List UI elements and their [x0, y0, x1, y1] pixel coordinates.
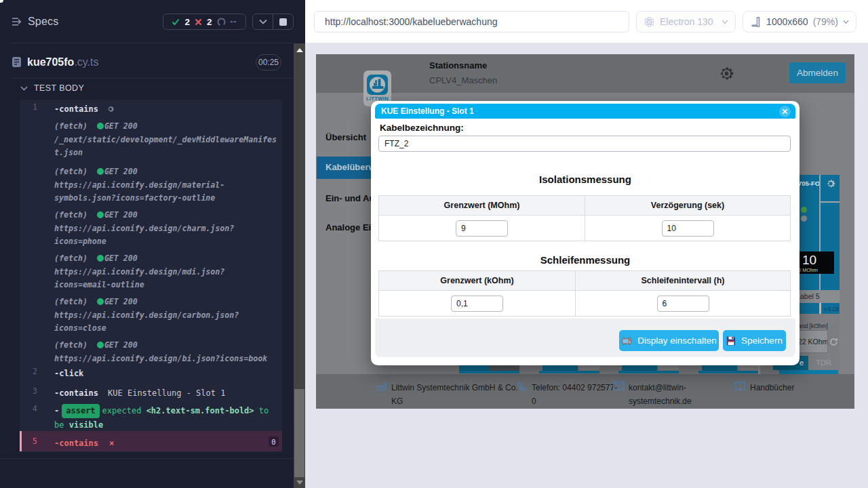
fetch-success-dot [97, 342, 104, 348]
footer-manuals-text: Handbücher [750, 383, 794, 392]
slot-refresh-button[interactable] [828, 330, 840, 353]
fetch-url: https://api.iconify.design/carbon.json? [54, 309, 286, 323]
modal-title-bar: KUE Einstellung - Slot 1 [375, 104, 795, 119]
spec-duration-badge: 00:25 [256, 54, 281, 70]
aut-topbar: http://localhost:3000/kabelueberwachung … [305, 0, 868, 43]
reporter-header: Specs 2 2 -- [0, 0, 294, 43]
electron-icon [644, 16, 655, 28]
assert-text: be [54, 420, 64, 430]
loop-col1-header: Grenzwert (kOhm) [379, 271, 575, 290]
footer-company-text: Littwin Systemtechnik GmbH & Co. [391, 383, 518, 392]
loop-grenzwert-input[interactable]: 0,1 [451, 296, 503, 312]
passed-icon [172, 18, 180, 26]
spec-file-icon [12, 56, 22, 68]
footer-email-text2: systemtechnik.de [629, 396, 692, 406]
test-body-toggle[interactable]: TEST BODY [20, 83, 84, 93]
slot-tdr-button[interactable]: TDR [809, 356, 838, 370]
fetch-status: GET 200 [104, 210, 138, 220]
footer-phone-text: Telefon: 04402 972577- [532, 383, 617, 392]
chevron-down-icon [843, 20, 849, 24]
fetch-prefix: (fetch) [54, 167, 87, 176]
specs-label[interactable]: Specs [28, 16, 58, 28]
fetch-log-entry[interactable]: (fetch)GET 200 /_next/static/development… [54, 120, 286, 160]
modal-close-button[interactable] [779, 106, 791, 117]
isolation-table: Grenzwert (MOhm) Verzögerung (sek) 9 10 [378, 195, 791, 241]
save-button[interactable]: Speichern [723, 330, 786, 351]
cable-designation-label: Kabelbezeichnung: [380, 123, 464, 133]
footer-manuals[interactable]: Handbücher [734, 381, 794, 394]
specs-menu-icon[interactable] [12, 17, 23, 26]
fetch-status: GET 200 [104, 297, 138, 306]
assert-text: visible [69, 420, 104, 430]
slot-gear-icon[interactable] [825, 178, 836, 189]
slot-bottom-fragment [459, 365, 519, 373]
url-input[interactable]: http://localhost:3000/kabelueberwachung [314, 11, 629, 33]
station-name-value: CPLV4_Maschen [429, 75, 497, 85]
ruler-icon [750, 16, 762, 28]
command-number: 4 [20, 404, 37, 413]
stop-icon [279, 18, 287, 26]
fetch-prefix: (fetch) [54, 297, 87, 306]
loop-intervall-input[interactable]: 6 [657, 296, 709, 312]
display-on-button[interactable]: Display einschalten [619, 330, 719, 351]
fetch-prefix: (fetch) [54, 121, 87, 131]
fetch-log-entry[interactable]: (fetch)GET 200 https://api.iconify.desig… [54, 209, 286, 249]
email-icon [613, 381, 625, 390]
fetch-log-entry[interactable]: (fetch)GET 200 https://api.iconify.desig… [54, 296, 286, 336]
stop-tests-button[interactable] [273, 14, 293, 29]
footer-phone-text2: 0 [532, 396, 536, 406]
command-number: 3 [20, 386, 37, 396]
command-number: 5 [20, 436, 37, 446]
command-name: - [54, 406, 59, 415]
command-number: 1 [20, 102, 37, 112]
found-count-badge: 0 [269, 436, 279, 447]
station-name-label: Stationsname [429, 60, 487, 70]
spec-name[interactable]: kue705fo.cy.ts [27, 56, 99, 68]
pending-count: -- [231, 17, 237, 26]
app-header: Stationsname CPLV4_Maschen Abmelden [316, 54, 854, 93]
scrollbar-down-arrow[interactable] [296, 481, 303, 485]
fetch-url: icons=close [54, 322, 286, 336]
viewport-selector[interactable]: 1000x660 (79%) [743, 11, 856, 33]
slot-bottom-fragment [539, 365, 599, 373]
command-contains-failed[interactable]: 5 -contains× 0 [20, 431, 282, 451]
fetch-status: GET 200 [104, 340, 138, 350]
command-log: 1 -contains (fetch)GET 200 /_next/static… [20, 100, 282, 452]
divider [11, 43, 294, 43]
fetch-log-entry[interactable]: (fetch)GET 200 https://api.iconify.desig… [54, 165, 286, 205]
fetch-log-entry[interactable]: (fetch)GET 200 https://api.iconify.desig… [54, 339, 286, 365]
command-name: -contains [54, 104, 98, 114]
fetch-url: https://api.iconify.design/bi.json?icons… [54, 352, 286, 366]
command-name: -click [54, 369, 83, 378]
viewport-zoom: (79%) [813, 16, 838, 27]
divider [11, 78, 294, 79]
command-options-gear-icon [106, 105, 115, 113]
command-name: -contains [54, 439, 98, 448]
fetch-url: /_next/static/development/_devMiddleware… [54, 134, 286, 147]
iso-verzoegerung-input[interactable]: 10 [662, 220, 714, 237]
app-footer: Littwin Systemtechnik GmbH & Co.KG Telef… [316, 374, 854, 409]
fetch-success-dot [97, 211, 104, 218]
loop-col2-header: Schleifenintervall (h) [575, 271, 790, 290]
cable-designation-input[interactable]: FTZ_2 [378, 136, 791, 152]
reporter-scrollbar[interactable] [294, 43, 305, 488]
chevron-down-icon [20, 86, 28, 91]
logout-button[interactable]: Abmelden [789, 62, 846, 83]
save-label: Speichern [741, 336, 783, 346]
footer-email-text: kontakt@littwin- [629, 383, 686, 392]
fetch-log-entry[interactable]: (fetch)GET 200 https://api.iconify.desig… [54, 252, 286, 292]
display-on-label: Display einschalten [637, 336, 716, 346]
scrollbar-thumb[interactable] [294, 389, 304, 477]
iso-grenzwert-input[interactable]: 9 [456, 220, 508, 237]
fetch-status: GET 200 [104, 253, 138, 263]
test-body-label: TEST BODY [34, 83, 84, 93]
fetch-url: icons=phone [54, 235, 286, 249]
collapse-tests-button[interactable] [253, 14, 273, 29]
isolation-section-title: Isolationsmessung [371, 174, 800, 185]
scrollbar-up-arrow[interactable] [296, 48, 303, 52]
footer-company: Littwin Systemtechnik GmbH & Co.KG [376, 381, 518, 408]
browser-selector[interactable]: Electron 130 [636, 11, 736, 33]
settings-gear-icon[interactable] [718, 65, 735, 82]
footer-phone: Telefon: 04402 972577-0 [517, 381, 617, 408]
slot-name: 705-FO [798, 180, 820, 187]
